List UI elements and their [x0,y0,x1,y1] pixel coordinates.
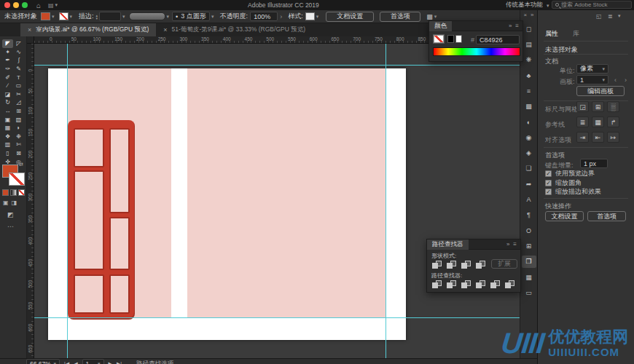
snap-to-grid-icon[interactable]: ⇤ [592,132,604,143]
brush-caret[interactable]: ▾ [211,14,214,20]
swap-fill-stroke-icon[interactable]: ⇄ [19,162,23,167]
horizontal-guide[interactable] [34,65,520,66]
show-guides-icon[interactable]: ≣ [576,116,589,127]
stroke-panel-icon[interactable]: ≡ [522,84,536,97]
opentype-panel-icon[interactable]: O [522,224,536,237]
pathfinder-panel-icon[interactable]: ❐ [522,256,536,268]
eyedropper-tool[interactable]: ◗ [13,124,24,132]
gradient-mode-swatch[interactable] [10,189,17,196]
divide-icon[interactable] [431,280,442,289]
last-artboard-icon[interactable]: ▶| [117,361,122,364]
pixel-grid-icon[interactable]: ░ [607,101,619,112]
show-rulers-icon[interactable]: ◲ [576,101,589,112]
brushes-panel-icon[interactable]: ❋ [522,54,536,66]
curvature-tool[interactable]: ∫ [13,56,24,65]
expand-panels-icon[interactable]: ◱ [596,13,602,20]
search-input[interactable]: 搜索 Adobe Stock [552,1,632,9]
none-mode-swatch[interactable] [18,189,25,196]
symbols-panel-icon[interactable]: ♣ [522,69,536,82]
door-panel[interactable] [109,274,130,314]
color-spectrum-bar[interactable] [433,47,520,56]
width-profile-preview[interactable] [129,12,165,20]
slice-tool[interactable]: ✄ [13,141,24,149]
vertical-guide[interactable] [67,44,68,358]
horizontal-guide[interactable] [34,317,520,318]
quick-document-setup-button[interactable]: 文档设置 [545,211,584,221]
arrange-documents-icon[interactable]: ▤ [48,2,54,9]
eraser-tool[interactable]: ◪ [2,90,13,99]
stroke-weight-input[interactable] [99,12,121,21]
pink-rectangle-right[interactable] [187,68,386,317]
rotate-tool[interactable]: ↻ [2,98,13,107]
exclude-icon[interactable] [475,260,486,269]
trim-icon[interactable] [446,280,457,289]
pencil-tool[interactable]: ✎ [13,65,24,74]
stroke-color-indicator[interactable] [9,173,25,186]
direct-selection-tool[interactable]: ◸ [13,39,24,48]
draw-mode-icon[interactable]: ◨ [12,199,17,206]
snap-to-pixel-icon[interactable]: ⇥ [576,132,589,143]
collapse-panel-icon[interactable]: » [506,241,509,248]
workspace-switcher[interactable]: 传统基本功能 [506,1,543,9]
unit-select[interactable]: 像素 ▾ [576,64,608,74]
preferences-button[interactable]: 首选项 [380,12,420,22]
artboard-select[interactable]: 1 ▾ [576,75,608,84]
width-tool[interactable]: ↔ [2,107,13,116]
ruler-corner[interactable] [27,36,34,44]
opacity-input[interactable]: 100% [250,12,278,21]
prev-artboard-icon[interactable]: ‹ [614,76,617,84]
none-color-swatch[interactable] [434,35,444,43]
canvas[interactable] [34,44,520,358]
pathfinder-panel-tab[interactable]: 路径查找器 [427,240,469,250]
align-panel-icon[interactable]: ⊞ [522,240,536,252]
edit-artboards-button[interactable]: 编辑画板 [576,86,625,96]
vertical-ruler[interactable]: 050100150200250300350400450500550600650 [27,44,34,358]
door-panel[interactable] [109,217,130,270]
minus-back-icon[interactable] [504,280,515,289]
layers-panel-icon[interactable]: ❏ [522,162,536,175]
stroke-weight-stepper[interactable]: ▴▾ [96,14,98,20]
window-zoom-button[interactable] [22,2,28,8]
style-caret[interactable]: ▾ [316,14,319,20]
snap-to-point-icon[interactable]: ↦ [607,132,619,143]
show-grid-icon[interactable]: ⊞ [592,101,604,112]
intersect-icon[interactable] [461,260,471,269]
color-mode-swatch[interactable] [2,189,9,196]
checkbox-checked[interactable]: ✓ [545,189,552,195]
libraries-panel-icon[interactable]: ◻ [522,23,536,35]
tab-properties[interactable]: 属性 [545,29,558,39]
blend-tool[interactable]: ❖ [2,132,13,141]
next-artboard-icon[interactable]: ▶ [109,361,112,364]
outline-icon[interactable] [490,280,501,289]
first-artboard-icon[interactable]: |◀ [64,361,69,364]
stroke-caret[interactable]: ▾ [70,14,73,20]
paintbrush-tool[interactable]: ✑ [2,65,13,74]
artboard-nav-select[interactable]: 1 ▾ [82,359,104,364]
perspective-grid-tool[interactable]: ⊠ [13,149,24,158]
document-setup-button[interactable]: 文档设置 [326,12,374,22]
graphic-styles-panel-icon[interactable]: ◈ [522,147,536,159]
dock-options-caret[interactable]: ▾ [618,13,621,19]
window-minimize-button[interactable] [13,2,19,8]
door-panel[interactable] [74,170,104,270]
scale-tool[interactable]: ◿ [13,98,24,107]
tab-close-icon[interactable]: × [163,26,167,33]
opacity-chevron[interactable]: › [280,13,282,20]
rectangle-tool[interactable]: ▭ [13,82,24,90]
paragraph-panel-icon[interactable]: ¶ [522,209,536,221]
shape-builder-tool[interactable]: ▣ [2,115,13,124]
dock-collapse-icon[interactable]: » [531,12,533,18]
expand-button[interactable]: 扩展 [491,259,517,269]
select-similar-icon[interactable]: ▩ [426,13,433,20]
color-panel-header[interactable]: 颜色 » ≡ [429,21,523,31]
symbol-sprayer-tool[interactable]: ❉ [13,132,24,141]
scissors-tool[interactable]: ✂ [13,90,24,99]
door-panel[interactable] [74,274,104,314]
free-transform-tool[interactable]: ⊞ [13,107,24,116]
keyboard-increment-input[interactable]: 1 px [580,159,608,168]
line-segment-tool[interactable]: ∕ [2,82,13,90]
checkbox-checked[interactable]: ✓ [545,180,552,186]
quick-preferences-button[interactable]: 首选项 [587,211,626,221]
pathfinder-panel-header[interactable]: 路径查找器 » ≡ [427,240,520,250]
minus-front-icon[interactable] [446,260,457,269]
